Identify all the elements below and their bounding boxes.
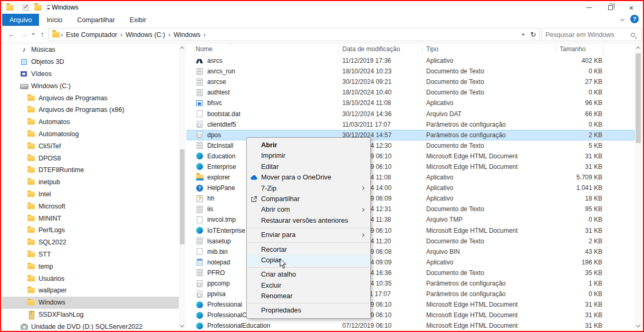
search-icon[interactable]: [631, 33, 635, 37]
sidebar-scrollbar[interactable]: [179, 44, 186, 330]
sidebar-item[interactable]: Automatoslog: [2, 128, 179, 140]
sidebar-item[interactable]: temp: [2, 260, 179, 272]
column-header-date[interactable]: Data de modificação: [342, 45, 400, 53]
context-menu-item[interactable]: 7-Zip: [247, 183, 370, 194]
restore-button[interactable]: [600, 1, 621, 14]
restore-icon: [608, 5, 613, 10]
recent-locations-chevron-icon[interactable]: [32, 33, 35, 35]
file-row[interactable]: ProfessionalEducation 07/12/2019 06:10 M…: [187, 320, 635, 330]
sidebar-item[interactable]: Arquivos de Programas: [2, 92, 179, 104]
sidebar-item[interactable]: Arquivos de Programas (x86): [2, 104, 179, 116]
submenu-arrow-icon: [361, 233, 364, 237]
back-button[interactable]: ←: [5, 28, 18, 41]
context-menu-item[interactable]: Compartilhar: [247, 194, 370, 204]
address-bar[interactable]: › Este Computador › Windows (C:) › Windo…: [49, 28, 540, 41]
file-row[interactable]: bootstat.dat 30/12/2024 14:36 Arquivo DA…: [187, 108, 635, 119]
column-header-type[interactable]: Tipo: [426, 45, 438, 53]
folder-icon: [27, 118, 35, 126]
sidebar-item[interactable]: PerfLogs: [2, 224, 179, 236]
sidebar-item[interactable]: MININT: [2, 212, 179, 224]
folder-icon: [27, 251, 35, 258]
context-menu-item[interactable]: Mover para o OneDrive: [247, 172, 370, 183]
context-menu-item[interactable]: Criar atalho: [247, 269, 370, 280]
edge-icon: [196, 163, 203, 170]
context-menu-item[interactable]: Enviar para: [247, 230, 370, 240]
folder-icon: [27, 155, 35, 162]
forward-button[interactable]: →: [18, 28, 31, 41]
context-menu-item[interactable]: Abrir com: [247, 204, 370, 215]
sidebar-item[interactable]: Automatos: [2, 116, 179, 128]
context-menu-item[interactable]: Renomear: [247, 291, 370, 301]
file-list-scrollbar[interactable]: [635, 44, 642, 330]
sidebar-item[interactable]: DPOS8: [2, 152, 179, 164]
sidebar-item[interactable]: ♪ Músicas: [2, 44, 179, 56]
sidebar-item[interactable]: CliSiTef: [2, 140, 179, 152]
new-folder-button[interactable]: [32, 2, 44, 13]
breadcrumb-item[interactable]: Este Computador: [64, 31, 119, 39]
context-menu-item[interactable]: Propriedades: [247, 305, 370, 316]
sidebar-item[interactable]: Objetos 3D: [2, 56, 179, 68]
edge-icon: [196, 312, 203, 319]
address-dropdown-chevron-icon[interactable]: [522, 34, 525, 36]
sidebar-item[interactable]: Windows (C:): [2, 80, 179, 92]
scrollbar-thumb[interactable]: [180, 149, 185, 244]
file-row[interactable]: asrcse 30/12/2024 09:21 Documento de Tex…: [187, 77, 635, 87]
context-menu: Abrir Imprimir Editar Mover para o OneDr…: [246, 137, 371, 319]
context-menu-item[interactable]: Abrir: [247, 140, 370, 150]
breadcrumb-item[interactable]: Windows (C:): [123, 31, 167, 39]
context-menu-item[interactable]: Restaurar versões anteriores: [247, 215, 370, 226]
column-header-name[interactable]: Nome: [196, 45, 213, 53]
column-header-size[interactable]: Tamanho: [560, 45, 585, 53]
sidebar-item[interactable]: Microsoft: [2, 200, 179, 212]
ribbon-tab[interactable]: Exibir: [122, 14, 153, 26]
breadcrumb-item[interactable]: Windows: [171, 31, 203, 39]
context-menu-item[interactable]: Excluir: [247, 280, 370, 291]
sidebar-item[interactable]: SQL2022: [2, 236, 179, 249]
context-menu-item[interactable]: Editar: [247, 162, 370, 172]
expand-ribbon-chevron-icon[interactable]: [620, 17, 624, 21]
help-button[interactable]: ?: [630, 15, 639, 23]
sidebar-item[interactable]: inetpub: [2, 176, 179, 188]
sidebar-item[interactable]: SSDXFlashLog: [2, 309, 179, 321]
text-doc-icon: [197, 142, 203, 149]
config-icon: [197, 280, 203, 287]
file-row[interactable]: asrcs_run 18/10/2024 10:23 Documento de …: [187, 66, 635, 77]
notepad-icon: [197, 259, 203, 265]
context-menu-item[interactable]: Copiar: [247, 255, 370, 265]
menu-separator: [247, 265, 370, 269]
edge-icon: [196, 301, 203, 308]
sidebar-item[interactable]: Usuários: [2, 272, 179, 284]
ribbon-tab[interactable]: Arquivo: [2, 14, 39, 26]
file-row[interactable]: clientdtef5 11/03/2011 17:07 Parâmetros …: [187, 119, 635, 130]
sidebar-item[interactable]: STT: [2, 249, 179, 261]
up-button[interactable]: ↑: [36, 28, 49, 41]
close-button[interactable]: ×: [621, 1, 642, 14]
folder-icon: [27, 203, 35, 210]
minimize-button[interactable]: [579, 1, 600, 14]
search-input[interactable]: [542, 29, 631, 40]
text-doc-icon: [197, 206, 203, 213]
context-menu-item[interactable]: Imprimir: [247, 150, 370, 161]
sidebar-item[interactable]: wallpaper: [2, 284, 179, 297]
ribbon-tab[interactable]: Compartilhar: [70, 14, 122, 26]
submenu-arrow-icon: [361, 186, 364, 190]
file-row[interactable]: bfsvc 18/10/2024 11:08 Aplicativo 96 KB: [187, 98, 635, 108]
menu-separator: [247, 226, 370, 230]
properties-icon: [23, 5, 28, 11]
ribbon-tab[interactable]: Início: [39, 14, 70, 26]
sidebar-item[interactable]: Unidade de DVD (D:) SQLServer2022: [2, 320, 179, 330]
config-icon: [197, 121, 203, 128]
scrollbar-thumb[interactable]: [636, 53, 641, 143]
sidebar-item[interactable]: Windows: [2, 297, 179, 309]
new-folder-icon: [34, 5, 42, 11]
properties-button[interactable]: [19, 2, 32, 13]
file-row[interactable]: asrcs 11/12/2019 17:36 Aplicativo 402 KB: [187, 55, 635, 66]
sidebar-item[interactable]: DTEF8Runtime: [2, 164, 179, 176]
file-row[interactable]: authtest 18/10/2024 10:40 Documento de T…: [187, 87, 635, 98]
sidebar-item[interactable]: Intel: [2, 188, 179, 201]
refresh-button[interactable]: ↻: [528, 29, 539, 40]
context-menu-item[interactable]: Recortar: [247, 244, 370, 255]
scroll-down-icon: [636, 323, 640, 327]
file-icon: [197, 248, 203, 255]
sidebar-item[interactable]: Vídeos: [2, 68, 179, 80]
